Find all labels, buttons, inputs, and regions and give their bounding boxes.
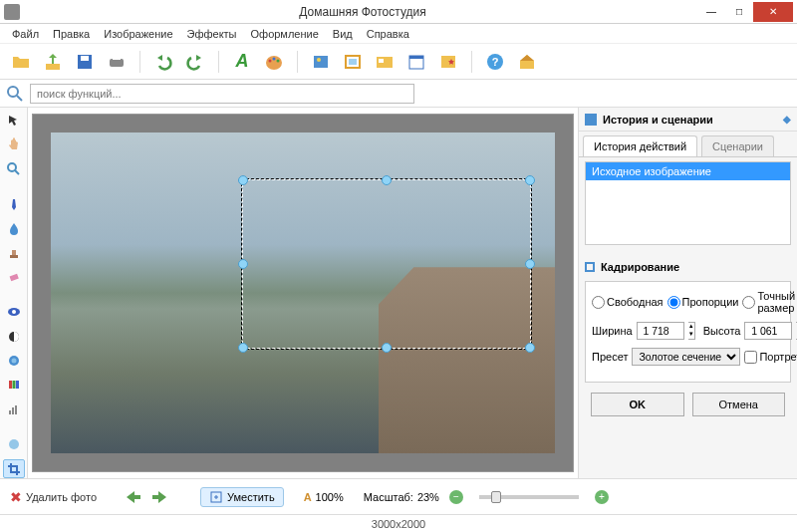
image-effect-icon[interactable] — [308, 49, 334, 75]
mode-exact-radio[interactable]: Точный размер — [742, 290, 795, 314]
delete-photo-button[interactable]: ✖ Удалить фото — [10, 489, 97, 505]
maximize-button[interactable]: □ — [725, 2, 753, 22]
print-icon[interactable] — [104, 49, 130, 75]
svg-point-6 — [269, 59, 272, 62]
menu-decor[interactable]: Оформление — [245, 26, 325, 42]
height-input[interactable] — [744, 322, 792, 340]
help-icon[interactable]: ? — [482, 49, 508, 75]
search-input[interactable] — [30, 84, 414, 104]
portrait-checkbox[interactable]: Портретные — [744, 351, 797, 364]
drop-tool-icon[interactable] — [3, 219, 25, 237]
zoom-out-button[interactable]: − — [449, 490, 463, 504]
palette-icon[interactable] — [261, 49, 287, 75]
rgb-tool-icon[interactable] — [3, 376, 25, 394]
browse-icon[interactable] — [372, 49, 398, 75]
svg-rect-36 — [12, 407, 14, 414]
preset-label: Пресет — [592, 351, 628, 363]
collapse-arrow-icon[interactable]: ◆ — [783, 114, 791, 125]
menu-bar: Файл Правка Изображение Эффекты Оформлен… — [0, 24, 797, 44]
preset-select[interactable]: Золотое сечение — [632, 348, 740, 366]
menu-edit[interactable]: Правка — [47, 26, 96, 42]
menu-view[interactable]: Вид — [327, 26, 359, 42]
fit-button[interactable]: Уместить — [200, 487, 284, 507]
width-input[interactable] — [637, 322, 684, 340]
calendar-icon[interactable] — [403, 49, 429, 75]
pointer-tool-icon[interactable] — [3, 112, 25, 130]
menu-file[interactable]: Файл — [6, 26, 45, 42]
prev-image-button[interactable] — [123, 488, 144, 506]
save-icon[interactable] — [72, 49, 98, 75]
history-panel-header: История и сценарии ◆ — [579, 108, 797, 132]
svg-rect-0 — [46, 64, 60, 70]
mode-prop-radio[interactable]: Пропорции — [667, 296, 739, 309]
menu-help[interactable]: Справка — [361, 26, 415, 42]
tab-history[interactable]: История действий — [583, 135, 697, 156]
svg-point-28 — [12, 310, 16, 314]
undo-icon[interactable] — [150, 49, 176, 75]
crop-size-row: Ширина ▲▼ Высота ▲▼ — [592, 322, 784, 340]
open-folder-icon[interactable] — [8, 49, 34, 75]
svg-rect-26 — [9, 274, 18, 281]
menu-effects[interactable]: Эффекты — [181, 26, 243, 42]
crop-handle-n[interactable] — [382, 175, 392, 185]
crop-handle-sw[interactable] — [238, 343, 248, 353]
zoom-slider-thumb[interactable] — [491, 491, 501, 503]
zoom-100-button[interactable]: A 100% — [304, 491, 344, 503]
text-icon[interactable]: A — [229, 49, 255, 75]
crop-handle-nw[interactable] — [238, 175, 248, 185]
crop-handle-s[interactable] — [382, 343, 392, 353]
blur-tool-icon[interactable] — [3, 435, 25, 453]
mode-free-radio[interactable]: Свободная — [592, 296, 664, 309]
history-list[interactable]: Исходное изображение — [585, 161, 791, 245]
zoom-slider[interactable] — [479, 495, 579, 499]
stamp-tool-icon[interactable] — [3, 244, 25, 262]
svg-rect-34 — [16, 381, 19, 389]
export-icon[interactable] — [40, 49, 66, 75]
brush-tool-icon[interactable] — [3, 195, 25, 213]
tab-scenarios[interactable]: Сценарии — [701, 135, 774, 156]
crop-mode-row: Свободная Пропорции Точный размер — [592, 290, 784, 314]
crop-handle-e[interactable] — [525, 259, 535, 269]
delete-icon: ✖ — [10, 489, 22, 505]
redo-icon[interactable] — [182, 49, 208, 75]
levels-tool-icon[interactable] — [3, 400, 25, 418]
lens-tool-icon[interactable] — [3, 352, 25, 370]
history-title: История и сценарии — [603, 114, 713, 126]
crop-handle-w[interactable] — [238, 259, 248, 269]
crop-panel-header: Кадрирование — [585, 257, 791, 277]
history-tabs: История действий Сценарии — [579, 135, 797, 157]
crop-handle-ne[interactable] — [525, 175, 535, 185]
crop-handle-se[interactable] — [525, 343, 535, 353]
width-spinner[interactable]: ▲▼ — [688, 322, 695, 340]
image-star-icon[interactable] — [435, 49, 461, 75]
crop-panel: Кадрирование Свободная Пропорции Точный … — [579, 257, 797, 426]
cancel-button[interactable]: Отмена — [692, 393, 786, 416]
svg-rect-14 — [379, 59, 384, 63]
frame-icon[interactable] — [340, 49, 366, 75]
redeye-tool-icon[interactable] — [3, 303, 25, 321]
svg-rect-32 — [9, 381, 12, 389]
menu-image[interactable]: Изображение — [98, 26, 178, 42]
svg-rect-16 — [409, 56, 423, 59]
next-image-button[interactable] — [148, 488, 170, 506]
crop-options: Свободная Пропорции Точный размер Ширина… — [585, 281, 791, 383]
history-header-icon — [585, 114, 597, 126]
eraser-tool-icon[interactable] — [3, 268, 25, 286]
contrast-tool-icon[interactable] — [3, 328, 25, 346]
history-item[interactable]: Исходное изображение — [586, 162, 790, 180]
close-button[interactable]: ✕ — [753, 2, 793, 22]
canvas[interactable] — [32, 114, 574, 472]
fit-label: Уместить — [227, 491, 275, 503]
home-icon[interactable] — [514, 49, 540, 75]
title-bar: Домашняя Фотостудия — □ ✕ — [0, 0, 797, 24]
delete-label: Удалить фото — [26, 491, 97, 503]
zoom-tool-icon[interactable] — [3, 160, 25, 178]
hand-tool-icon[interactable] — [3, 135, 25, 153]
width-label: Ширина — [592, 325, 633, 337]
crop-selection[interactable] — [242, 179, 531, 349]
ok-button[interactable]: OK — [591, 393, 684, 416]
crop-tool-icon[interactable] — [3, 459, 25, 478]
scale-label: Масштаб: — [364, 491, 413, 503]
minimize-button[interactable]: — — [697, 2, 725, 22]
zoom-in-button[interactable]: + — [595, 490, 609, 504]
